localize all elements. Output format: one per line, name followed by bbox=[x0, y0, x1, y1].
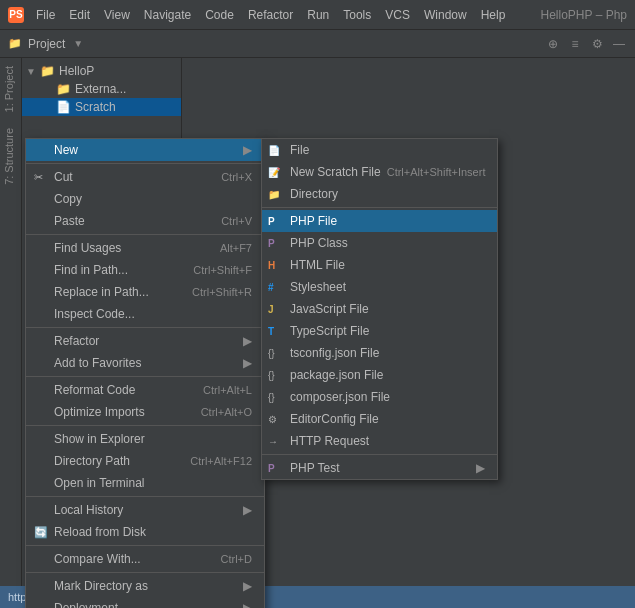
sm-item-html[interactable]: H HTML File bbox=[262, 254, 497, 276]
cm-label-cut: Cut bbox=[54, 170, 73, 184]
cm-item-optimize[interactable]: Optimize Imports Ctrl+Alt+O bbox=[26, 401, 264, 423]
sm-label-typescript: TypeScript File bbox=[290, 324, 369, 338]
sm-label-php-class: PHP Class bbox=[290, 236, 348, 250]
dir-path-shortcut: Ctrl+Alt+F12 bbox=[190, 455, 252, 467]
app-icon: PS bbox=[8, 7, 24, 23]
deployment-arrow: ▶ bbox=[243, 601, 252, 608]
replace-shortcut: Ctrl+Shift+R bbox=[192, 286, 252, 298]
sm-label-package-json: package.json File bbox=[290, 368, 383, 382]
cm-item-local-history[interactable]: Local History ▶ bbox=[26, 499, 264, 521]
sm-item-http[interactable]: → HTTP Request bbox=[262, 430, 497, 452]
sm-item-php-class[interactable]: P PHP Class bbox=[262, 232, 497, 254]
sm-label-directory: Directory bbox=[290, 187, 338, 201]
cm-label-replace: Replace in Path... bbox=[54, 285, 149, 299]
cm-label-reformat: Reformat Code bbox=[54, 383, 135, 397]
menu-navigate[interactable]: Navigate bbox=[138, 6, 197, 24]
editorconfig-icon: ⚙ bbox=[268, 414, 277, 425]
optimize-shortcut: Ctrl+Alt+O bbox=[201, 406, 252, 418]
cm-label-new: New bbox=[54, 143, 78, 157]
package-json-icon: {} bbox=[268, 370, 275, 381]
mark-dir-arrow: ▶ bbox=[243, 579, 252, 593]
cm-label-inspect: Inspect Code... bbox=[54, 307, 135, 321]
cm-item-terminal[interactable]: Open in Terminal bbox=[26, 472, 264, 494]
cm-item-refactor[interactable]: Refactor ▶ bbox=[26, 330, 264, 352]
css-icon: # bbox=[268, 282, 274, 293]
sm-item-scratch-file[interactable]: 📝 New Scratch File Ctrl+Alt+Shift+Insert bbox=[262, 161, 497, 183]
reload-icon: 🔄 bbox=[34, 526, 48, 539]
cm-item-find-usages[interactable]: Find Usages Alt+F7 bbox=[26, 237, 264, 259]
composer-icon: {} bbox=[268, 392, 275, 403]
separator-3 bbox=[26, 327, 264, 328]
sm-item-typescript[interactable]: T TypeScript File bbox=[262, 320, 497, 342]
sm-item-editorconfig[interactable]: ⚙ EditorConfig File bbox=[262, 408, 497, 430]
sm-label-http: HTTP Request bbox=[290, 434, 369, 448]
cm-item-paste[interactable]: Paste Ctrl+V bbox=[26, 210, 264, 232]
sm-item-file[interactable]: 📄 File bbox=[262, 139, 497, 161]
cm-item-replace-in-path[interactable]: Replace in Path... Ctrl+Shift+R bbox=[26, 281, 264, 303]
menu-window[interactable]: Window bbox=[418, 6, 473, 24]
window-title: HelloPHP – Php bbox=[541, 8, 628, 22]
sm-item-tsconfig[interactable]: {} tsconfig.json File bbox=[262, 342, 497, 364]
cm-item-deployment[interactable]: Deployment ▶ bbox=[26, 597, 264, 608]
reformat-shortcut: Ctrl+Alt+L bbox=[203, 384, 252, 396]
separator-6 bbox=[26, 496, 264, 497]
cm-item-copy[interactable]: Copy bbox=[26, 188, 264, 210]
cm-item-inspect[interactable]: Inspect Code... bbox=[26, 303, 264, 325]
menu-bar: File Edit View Navigate Code Refactor Ru… bbox=[30, 6, 511, 24]
menu-help[interactable]: Help bbox=[475, 6, 512, 24]
cm-item-find-in-path[interactable]: Find in Path... Ctrl+Shift+F bbox=[26, 259, 264, 281]
menu-tools[interactable]: Tools bbox=[337, 6, 377, 24]
new-arrow: ▶ bbox=[243, 143, 252, 157]
cm-label-local-history: Local History bbox=[54, 503, 123, 517]
sm-label-scratch-file: New Scratch File bbox=[290, 165, 381, 179]
sm-label-tsconfig: tsconfig.json File bbox=[290, 346, 379, 360]
menu-refactor[interactable]: Refactor bbox=[242, 6, 299, 24]
cm-label-optimize: Optimize Imports bbox=[54, 405, 145, 419]
cm-label-refactor: Refactor bbox=[54, 334, 99, 348]
cut-shortcut: Ctrl+X bbox=[221, 171, 252, 183]
html-icon: H bbox=[268, 260, 275, 271]
cm-item-compare[interactable]: Compare With... Ctrl+D bbox=[26, 548, 264, 570]
cm-label-reload: Reload from Disk bbox=[54, 525, 146, 539]
project-header-icons: ⊕ ≡ ⚙ — bbox=[545, 36, 627, 52]
menu-view[interactable]: View bbox=[98, 6, 136, 24]
cm-item-new[interactable]: New ▶ bbox=[26, 139, 264, 161]
submenu-new: 📄 File 📝 New Scratch File Ctrl+Alt+Shift… bbox=[261, 138, 498, 480]
sm-item-javascript[interactable]: J JavaScript File bbox=[262, 298, 497, 320]
gear-icon[interactable]: ⊕ bbox=[545, 36, 561, 52]
minimize-icon[interactable]: — bbox=[611, 36, 627, 52]
separator-5 bbox=[26, 425, 264, 426]
cm-item-cut[interactable]: ✂ Cut Ctrl+X bbox=[26, 166, 264, 188]
cm-item-dir-path[interactable]: Directory Path Ctrl+Alt+F12 bbox=[26, 450, 264, 472]
cm-item-reload[interactable]: 🔄 Reload from Disk bbox=[26, 521, 264, 543]
sm-item-stylesheet[interactable]: # Stylesheet bbox=[262, 276, 497, 298]
sm-label-editorconfig: EditorConfig File bbox=[290, 412, 379, 426]
menu-edit[interactable]: Edit bbox=[63, 6, 96, 24]
list-icon[interactable]: ≡ bbox=[567, 36, 583, 52]
project-label: Project bbox=[28, 37, 65, 51]
favorites-arrow: ▶ bbox=[243, 356, 252, 370]
main-area: 1: Project 7: Structure ▼ 📁 HelloP 📁 Ext… bbox=[0, 58, 635, 608]
sm-item-php-test[interactable]: P PHP Test ▶ bbox=[262, 457, 497, 479]
menu-code[interactable]: Code bbox=[199, 6, 240, 24]
menu-run[interactable]: Run bbox=[301, 6, 335, 24]
project-header: 📁 Project ▼ ⊕ ≡ ⚙ — bbox=[0, 30, 635, 58]
sm-item-package-json[interactable]: {} package.json File bbox=[262, 364, 497, 386]
cm-item-favorites[interactable]: Add to Favorites ▶ bbox=[26, 352, 264, 374]
menu-file[interactable]: File bbox=[30, 6, 61, 24]
sm-item-composer-json[interactable]: {} composer.json File bbox=[262, 386, 497, 408]
cm-item-reformat[interactable]: Reformat Code Ctrl+Alt+L bbox=[26, 379, 264, 401]
ts-icon: T bbox=[268, 326, 274, 337]
cm-label-paste: Paste bbox=[54, 214, 85, 228]
cm-item-show-explorer[interactable]: Show in Explorer bbox=[26, 428, 264, 450]
menu-vcs[interactable]: VCS bbox=[379, 6, 416, 24]
directory-icon: 📁 bbox=[268, 189, 280, 200]
sm-sep-1 bbox=[262, 207, 497, 208]
settings-icon[interactable]: ⚙ bbox=[589, 36, 605, 52]
sm-item-php-file[interactable]: P PHP File bbox=[262, 210, 497, 232]
cm-label-mark-dir: Mark Directory as bbox=[54, 579, 148, 593]
sm-item-directory[interactable]: 📁 Directory bbox=[262, 183, 497, 205]
cm-label-show-explorer: Show in Explorer bbox=[54, 432, 145, 446]
cm-item-mark-dir[interactable]: Mark Directory as ▶ bbox=[26, 575, 264, 597]
cm-label-deployment: Deployment bbox=[54, 601, 118, 608]
